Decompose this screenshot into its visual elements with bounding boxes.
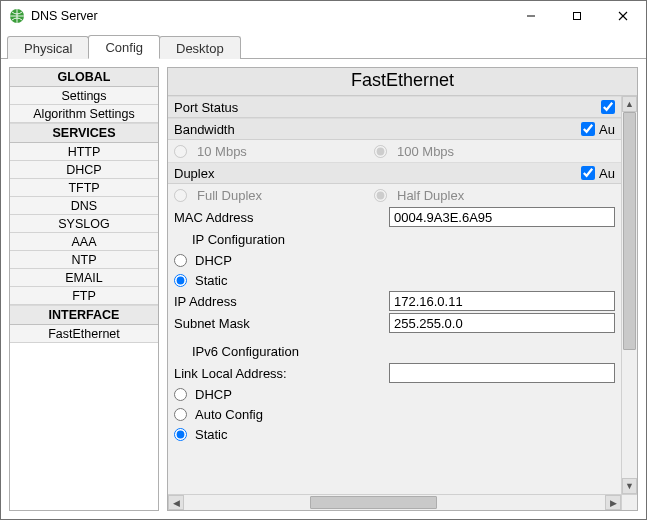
sidebar-item-ftp[interactable]: FTP <box>10 287 158 305</box>
bandwidth-options-row: 10 Mbps 100 Mbps <box>168 140 621 162</box>
sidebar-item-http[interactable]: HTTP <box>10 143 158 161</box>
subnet-mask-input[interactable] <box>389 313 615 333</box>
maximize-button[interactable] <box>554 1 600 31</box>
sidebar: GLOBAL Settings Algorithm Settings SERVI… <box>9 67 159 511</box>
sidebar-header-interface: INTERFACE <box>10 305 158 325</box>
ipv6-mode-static-row: Static <box>168 424 621 444</box>
ipv6-config-header-label: IPv6 Configuration <box>174 344 299 359</box>
bandwidth-auto-checkbox[interactable] <box>581 122 595 136</box>
scrollbar-corner <box>621 494 637 510</box>
port-status-row: Port Status <box>168 96 621 118</box>
duplex-auto-checkbox[interactable] <box>581 166 595 180</box>
bandwidth-10mbps-radio[interactable] <box>174 145 187 158</box>
scroll-left-arrow-icon[interactable]: ◀ <box>168 495 184 510</box>
ip-address-row: IP Address <box>168 290 621 312</box>
sidebar-item-dhcp[interactable]: DHCP <box>10 161 158 179</box>
mac-label: MAC Address <box>174 210 389 225</box>
ipv6-config-header: IPv6 Configuration <box>168 340 621 362</box>
app-window: DNS Server Physical Config Desktop GLOBA… <box>0 0 647 520</box>
ip-config-header: IP Configuration <box>168 228 621 250</box>
ip-mode-dhcp-radio[interactable] <box>174 254 187 267</box>
sidebar-item-aaa[interactable]: AAA <box>10 233 158 251</box>
duplex-half-label: Half Duplex <box>397 188 464 203</box>
sidebar-item-fastethernet[interactable]: FastEthernet <box>10 325 158 343</box>
duplex-label: Duplex <box>174 166 581 181</box>
tab-config[interactable]: Config <box>88 35 160 59</box>
bandwidth-label: Bandwidth <box>174 122 581 137</box>
scroll-down-arrow-icon[interactable]: ▼ <box>622 478 637 494</box>
duplex-auto-label: Au <box>599 166 615 181</box>
window-title: DNS Server <box>31 9 98 23</box>
ipv6-mode-dhcp-label: DHCP <box>195 387 232 402</box>
port-status-label: Port Status <box>174 100 601 115</box>
link-local-label: Link Local Address: <box>174 366 389 381</box>
horizontal-scroll-thumb[interactable] <box>310 496 436 509</box>
subnet-mask-label: Subnet Mask <box>174 316 389 331</box>
ip-mode-static-radio[interactable] <box>174 274 187 287</box>
scroll-up-arrow-icon[interactable]: ▲ <box>622 96 637 112</box>
sidebar-header-global: GLOBAL <box>10 68 158 87</box>
ipv6-mode-static-radio[interactable] <box>174 428 187 441</box>
bandwidth-10mbps-label: 10 Mbps <box>197 144 247 159</box>
minimize-button[interactable] <box>508 1 554 31</box>
sidebar-item-ntp[interactable]: NTP <box>10 251 158 269</box>
duplex-full-label: Full Duplex <box>197 188 262 203</box>
bandwidth-row: Bandwidth Au <box>168 118 621 140</box>
sidebar-item-email[interactable]: EMAIL <box>10 269 158 287</box>
subnet-mask-row: Subnet Mask <box>168 312 621 334</box>
svg-rect-2 <box>574 13 581 20</box>
sidebar-item-algorithm-settings[interactable]: Algorithm Settings <box>10 105 158 123</box>
link-local-input[interactable] <box>389 363 615 383</box>
sidebar-header-services: SERVICES <box>10 123 158 143</box>
tab-desktop[interactable]: Desktop <box>159 36 241 59</box>
link-local-row: Link Local Address: <box>168 362 621 384</box>
ipv6-mode-static-label: Static <box>195 427 228 442</box>
vertical-scroll-thumb[interactable] <box>623 112 636 350</box>
bandwidth-100mbps-label: 100 Mbps <box>397 144 454 159</box>
duplex-half-radio[interactable] <box>374 189 387 202</box>
ipv6-mode-dhcp-radio[interactable] <box>174 388 187 401</box>
close-button[interactable] <box>600 1 646 31</box>
app-icon <box>9 8 25 24</box>
duplex-full-radio[interactable] <box>174 189 187 202</box>
sidebar-item-syslog[interactable]: SYSLOG <box>10 215 158 233</box>
ip-mode-static-label: Static <box>195 273 228 288</box>
ip-mode-dhcp-row: DHCP <box>168 250 621 270</box>
bandwidth-auto-label: Au <box>599 122 615 137</box>
title-bar: DNS Server <box>1 1 646 31</box>
panel-content: Port Status Bandwidth Au <box>168 96 637 510</box>
duplex-row: Duplex Au <box>168 162 621 184</box>
horizontal-scrollbar[interactable]: ◀ ▶ <box>168 494 621 510</box>
sidebar-item-dns[interactable]: DNS <box>10 197 158 215</box>
ipv6-mode-dhcp-row: DHCP <box>168 384 621 404</box>
ip-config-header-label: IP Configuration <box>174 232 285 247</box>
panel-title: FastEthernet <box>168 68 637 96</box>
ipv6-mode-auto-row: Auto Config <box>168 404 621 424</box>
ipv6-mode-auto-radio[interactable] <box>174 408 187 421</box>
ip-address-input[interactable] <box>389 291 615 311</box>
sidebar-item-tftp[interactable]: TFTP <box>10 179 158 197</box>
ip-mode-static-row: Static <box>168 270 621 290</box>
port-status-checkbox[interactable] <box>601 100 615 114</box>
bandwidth-100mbps-radio[interactable] <box>374 145 387 158</box>
scroll-right-arrow-icon[interactable]: ▶ <box>605 495 621 510</box>
tab-row: Physical Config Desktop <box>1 31 646 59</box>
tab-physical[interactable]: Physical <box>7 36 89 59</box>
duplex-options-row: Full Duplex Half Duplex <box>168 184 621 206</box>
workspace: GLOBAL Settings Algorithm Settings SERVI… <box>1 59 646 519</box>
mac-row: MAC Address <box>168 206 621 228</box>
sidebar-item-settings[interactable]: Settings <box>10 87 158 105</box>
ipv6-mode-auto-label: Auto Config <box>195 407 263 422</box>
vertical-scrollbar[interactable]: ▲ ▼ <box>621 96 637 494</box>
ip-address-label: IP Address <box>174 294 389 309</box>
mac-input[interactable] <box>389 207 615 227</box>
detail-panel: FastEthernet Port Status Bandwidth <box>167 67 638 511</box>
ip-mode-dhcp-label: DHCP <box>195 253 232 268</box>
